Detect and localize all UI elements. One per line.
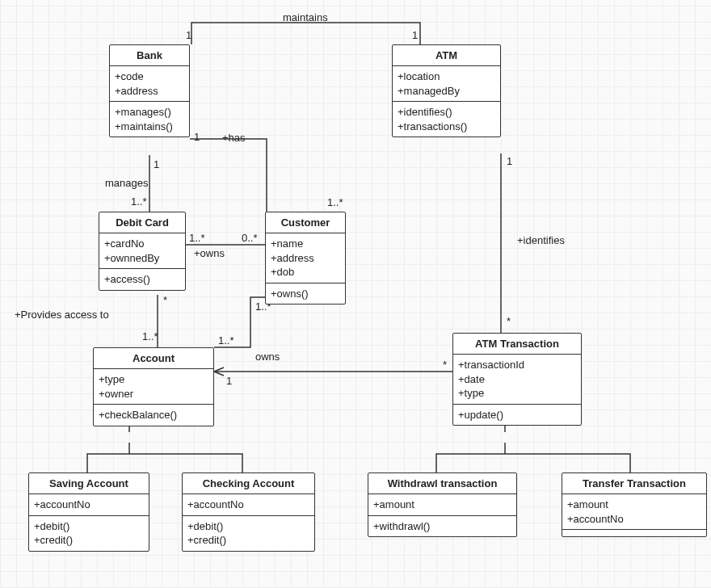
class-attr: +type: [458, 386, 576, 401]
class-attr: +name: [271, 237, 340, 251]
class-atm: ATM +location +managedBy +identifies() +…: [392, 44, 501, 137]
class-attr: +managedBy: [398, 84, 495, 99]
mult-debit-acct-top: *: [163, 294, 167, 306]
class-attr: +location: [398, 69, 495, 84]
class-methods: +debit() +credit(): [183, 516, 314, 551]
class-method: +manages(): [115, 105, 184, 120]
class-method: +identifies(): [398, 105, 495, 120]
class-methods: +debit() +credit(): [29, 516, 149, 551]
class-title: ATM Transaction: [453, 334, 581, 355]
class-title: Checking Account: [183, 473, 314, 494]
class-attr: +code: [115, 69, 184, 84]
rel-label-identifies: +identifies: [517, 234, 565, 246]
class-attr: +owner: [99, 387, 208, 401]
class-method: +credit(): [187, 533, 309, 548]
class-attr: +accountNo: [34, 498, 144, 512]
class-attributes: +cardNo +ownnedBy: [99, 233, 185, 269]
class-methods: +owns(): [266, 284, 345, 304]
mult-debit-acct-bottom: 1..*: [142, 330, 158, 342]
rel-label-owns-ca: owns: [255, 351, 280, 363]
class-method: +owns(): [271, 287, 340, 301]
class-attr: +dob: [271, 265, 340, 279]
rel-label-owns-dc: +owns: [194, 247, 225, 259]
class-attributes: +location +managedBy: [393, 66, 500, 102]
class-attr: +address: [271, 251, 340, 266]
class-attr: +accountNo: [567, 512, 701, 527]
class-method: +checkBalance(): [99, 408, 208, 422]
class-attr: +address: [115, 84, 184, 99]
mult-bank-atm-right: 1: [412, 29, 418, 41]
class-account: Account +type +owner +checkBalance(): [93, 347, 214, 426]
class-methods: [562, 530, 706, 536]
mult-acct-atrx-right: *: [443, 359, 447, 371]
class-methods: +identifies() +transactions(): [393, 102, 500, 136]
class-attr: +amount: [373, 498, 511, 512]
mult-bank-debit-bottom: 1..*: [131, 195, 147, 208]
class-bank: Bank +code +address +manages() +maintain…: [109, 44, 190, 137]
mult-acct-atrx-left: 1: [226, 375, 232, 387]
mult-bank-atm-left: 1: [186, 29, 191, 41]
mult-bank-debit-top: 1: [154, 158, 159, 170]
class-saving-account: Saving Account +accountNo +debit() +cred…: [28, 472, 149, 552]
class-title: Saving Account: [29, 473, 149, 494]
class-title: Account: [94, 348, 213, 369]
class-attr: +amount: [567, 498, 701, 512]
class-customer: Customer +name +address +dob +owns(): [265, 212, 346, 304]
rel-label-has: +has: [222, 132, 246, 144]
class-attributes: +amount +accountNo: [562, 494, 706, 530]
class-transfer-transaction: Transfer Transaction +amount +accountNo: [562, 472, 707, 537]
class-attributes: +transactionId +date +type: [453, 355, 581, 405]
class-title: Transfer Transaction: [562, 473, 706, 494]
mult-atm-atrx-bottom: *: [507, 315, 511, 327]
mult-debit-cust-right: 0..*: [242, 232, 258, 244]
class-atm-transaction: ATM Transaction +transactionId +date +ty…: [452, 333, 582, 426]
mult-atm-atrx-top: 1: [507, 155, 512, 167]
class-methods: +manages() +maintains(): [110, 102, 189, 136]
mult-bank-cust-bottom: 1..*: [327, 196, 343, 208]
class-attr: +type: [99, 372, 208, 387]
class-method: +update(): [458, 408, 576, 422]
class-methods: +access(): [99, 269, 185, 290]
class-attr: +date: [458, 372, 576, 387]
class-debit-card: Debit Card +cardNo +ownnedBy +access(): [99, 212, 186, 291]
class-attributes: +accountNo: [183, 494, 314, 516]
class-methods: +checkBalance(): [94, 405, 213, 426]
class-attr: +accountNo: [187, 498, 309, 512]
class-attr: +ownnedBy: [104, 251, 180, 266]
class-title: Bank: [110, 45, 189, 66]
class-method: +transactions(): [398, 120, 495, 134]
class-methods: +withdrawl(): [368, 516, 516, 537]
class-title: Withdrawl transaction: [368, 473, 516, 494]
mult-bank-cust-top: 1: [194, 131, 200, 143]
class-method: +maintains(): [115, 120, 184, 134]
class-attributes: +name +address +dob: [266, 233, 345, 284]
uml-class-diagram: maintains 1 1 1 manages 1..* 1 +has 1..*…: [0, 0, 711, 588]
rel-label-manages: manages: [105, 177, 148, 189]
class-withdrawl-transaction: Withdrawl transaction +amount +withdrawl…: [368, 472, 517, 537]
class-title: ATM: [393, 45, 500, 66]
class-method: +access(): [104, 272, 180, 287]
rel-label-provides: +Provides access to: [15, 309, 109, 321]
mult-debit-cust-left: 1..*: [189, 232, 205, 244]
class-method: +debit(): [187, 519, 309, 534]
class-attributes: +amount: [368, 494, 516, 516]
mult-cust-acct-bottom: 1..*: [218, 334, 234, 346]
class-method: +withdrawl(): [373, 519, 511, 534]
class-methods: +update(): [453, 405, 581, 426]
class-attributes: +type +owner: [94, 369, 213, 405]
class-attr: +transactionId: [458, 358, 576, 372]
class-title: Debit Card: [99, 212, 185, 233]
rel-label-maintains: maintains: [283, 11, 328, 23]
class-method: +credit(): [34, 533, 144, 548]
class-checking-account: Checking Account +accountNo +debit() +cr…: [182, 472, 315, 552]
class-title: Customer: [266, 212, 345, 233]
class-attributes: +accountNo: [29, 494, 149, 516]
class-attributes: +code +address: [110, 66, 189, 102]
class-attr: +cardNo: [104, 237, 180, 251]
class-method: +debit(): [34, 519, 144, 534]
